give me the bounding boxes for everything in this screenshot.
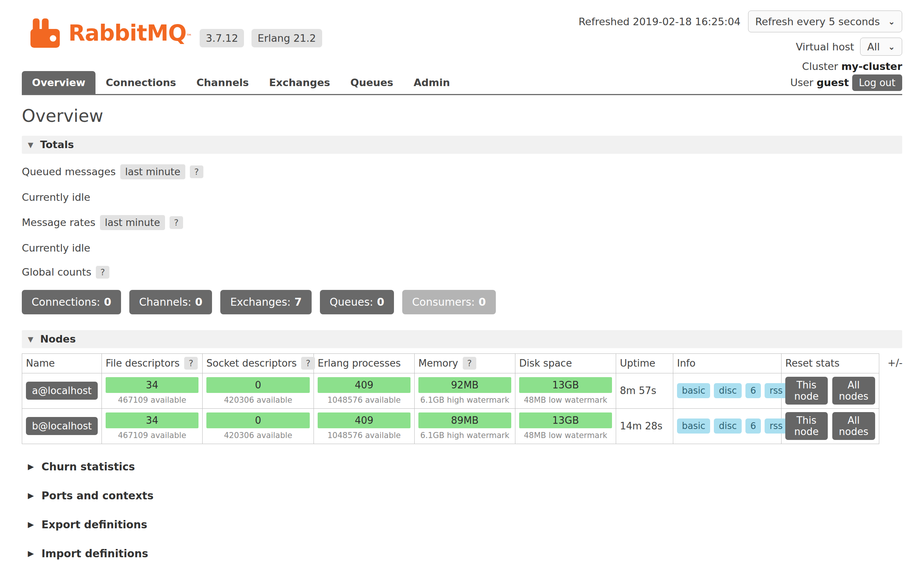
tab-bar: Overview Connections Channels Exchanges … [22, 59, 902, 95]
memory-detail: 6.1GB high watermark [418, 431, 511, 440]
chevron-down-icon: ⌄ [888, 17, 895, 26]
queues-count-button[interactable]: Queues: 0 [320, 290, 394, 314]
cluster-name: my-cluster [841, 61, 902, 72]
nodes-section-title: Nodes [40, 333, 76, 345]
col-info-label: Info [677, 358, 695, 369]
node-row-a: a@localhost 34 467109 available 0 420306… [22, 373, 879, 408]
nodes-section-header[interactable]: ▼ Nodes [22, 330, 902, 348]
tab-channels[interactable]: Channels [186, 71, 259, 94]
help-icon[interactable]: ? [301, 357, 315, 370]
message-rates-row: Message rates last minute ? [22, 215, 902, 230]
global-counts-buttons: Connections: 0 Channels: 0 Exchanges: 7 … [22, 290, 902, 314]
export-definitions-section[interactable]: ▶ Export definitions [28, 519, 902, 531]
col-file-descriptors: File descriptors? [102, 353, 203, 373]
connections-count-button[interactable]: Connections: 0 [22, 290, 121, 314]
memory-cell: 89MB 6.1GB high watermark [415, 408, 515, 444]
socket-descriptors-cell: 0 420306 available [203, 373, 314, 408]
refresh-interval-select[interactable]: Refresh every 5 seconds ⌄ [748, 11, 902, 32]
user-line: User guest Log out [790, 74, 902, 91]
chevron-down-icon: ⌄ [888, 42, 895, 52]
file-descriptors-detail: 467109 available [106, 431, 198, 440]
tab-exchanges[interactable]: Exchanges [259, 71, 340, 94]
queued-messages-row: Queued messages last minute ? [22, 164, 902, 179]
help-icon[interactable]: ? [190, 165, 203, 178]
help-icon[interactable]: ? [170, 216, 183, 229]
disk-space-cell: 13GB 48MB low watermark [515, 408, 616, 444]
tab-overview[interactable]: Overview [22, 71, 95, 94]
ports-and-contexts-section[interactable]: ▶ Ports and contexts [28, 490, 902, 502]
queued-messages-range-selector[interactable]: last minute [120, 164, 185, 179]
col-reset-stats-label: Reset stats [785, 358, 839, 369]
queued-messages-status: Currently idle [22, 191, 902, 203]
reset-this-node-button[interactable]: This node [785, 377, 828, 405]
reset-stats-cell: This node All nodes [782, 408, 879, 444]
nodes-area: Name File descriptors? Socket descriptor… [22, 353, 902, 444]
memory-cell: 92MB 6.1GB high watermark [415, 373, 515, 408]
help-icon[interactable]: ? [463, 357, 476, 370]
uptime-cell: 8m 57s [616, 373, 673, 408]
nodes-header-row: Name File descriptors? Socket descriptor… [22, 353, 879, 373]
channels-count-value: 0 [195, 296, 202, 308]
churn-statistics-section[interactable]: ▶ Churn statistics [28, 461, 902, 473]
import-definitions-section[interactable]: ▶ Import definitions [28, 547, 902, 560]
info-tag-basic[interactable]: basic [677, 418, 710, 434]
tab-admin[interactable]: Admin [403, 71, 460, 94]
socket-descriptors-detail: 420306 available [206, 396, 310, 405]
user-label: User [790, 77, 813, 88]
import-definitions-label: Import definitions [41, 547, 148, 560]
socket-descriptors-cell: 0 420306 available [203, 408, 314, 444]
info-tag-basic[interactable]: basic [677, 383, 710, 398]
help-icon[interactable]: ? [96, 266, 109, 279]
reset-all-nodes-button[interactable]: All nodes [832, 412, 875, 440]
collapse-caret-icon: ▼ [28, 141, 33, 149]
col-erlang-processes-label: Erlang processes [318, 358, 401, 369]
erlang-processes-cell: 409 1048576 available [314, 408, 415, 444]
disk-space-meter: 13GB [519, 412, 612, 428]
expand-caret-icon: ▶ [28, 491, 34, 500]
info-tag-cores[interactable]: 6 [745, 418, 761, 434]
expand-caret-icon: ▶ [28, 520, 34, 529]
consumers-count-button[interactable]: Consumers: 0 [402, 290, 495, 314]
help-icon[interactable]: ? [184, 357, 198, 370]
info-tag-disc[interactable]: disc [714, 383, 742, 398]
logout-button[interactable]: Log out [852, 74, 902, 91]
node-name-cell: b@localhost [22, 408, 102, 444]
tab-queues[interactable]: Queues [340, 71, 403, 94]
reset-all-nodes-button[interactable]: All nodes [832, 377, 875, 405]
info-tag-disc[interactable]: disc [714, 418, 742, 434]
erlang-version-badge: Erlang 21.2 [251, 29, 322, 47]
erlang-processes-detail: 1048576 available [318, 396, 410, 405]
exchanges-count-button[interactable]: Exchanges: 7 [220, 290, 311, 314]
disk-space-cell: 13GB 48MB low watermark [515, 373, 616, 408]
col-socket-descriptors-label: Socket descriptors [206, 358, 297, 369]
memory-detail: 6.1GB high watermark [418, 396, 511, 405]
col-memory: Memory? [415, 353, 515, 373]
col-uptime: Uptime [616, 353, 673, 373]
churn-statistics-label: Churn statistics [41, 461, 135, 473]
totals-section-header[interactable]: ▼ Totals [22, 136, 902, 154]
column-toggle-button[interactable]: +/- [888, 353, 903, 368]
file-descriptors-cell: 34 467109 available [102, 408, 203, 444]
disk-space-detail: 48MB low watermark [519, 431, 612, 440]
node-name-badge[interactable]: b@localhost [26, 417, 98, 435]
ports-and-contexts-label: Ports and contexts [41, 490, 153, 502]
consumers-count-value: 0 [479, 296, 486, 308]
virtual-host-select[interactable]: All ⌄ [860, 38, 902, 56]
info-tag-cores[interactable]: 6 [745, 383, 761, 398]
socket-descriptors-meter: 0 [206, 412, 310, 428]
nav-tabs: Overview Connections Channels Exchanges … [22, 71, 460, 94]
info-tag-rss[interactable]: rss [765, 383, 788, 398]
expand-caret-icon: ▶ [28, 549, 34, 558]
erlang-processes-cell: 409 1048576 available [314, 373, 415, 408]
file-descriptors-detail: 467109 available [106, 396, 198, 405]
reset-this-node-button[interactable]: This node [785, 412, 828, 440]
tab-connections[interactable]: Connections [95, 71, 186, 94]
logo-wordmark: RabbitMQ™ [68, 20, 192, 46]
queued-messages-label: Queued messages [22, 166, 116, 177]
channels-count-button[interactable]: Channels: 0 [129, 290, 212, 314]
node-name-badge[interactable]: a@localhost [26, 382, 98, 400]
cluster-line: Cluster my-cluster [790, 59, 902, 74]
message-rates-range-selector[interactable]: last minute [100, 215, 165, 230]
virtual-host-value: All [867, 41, 880, 53]
info-tag-rss[interactable]: rss [765, 418, 788, 434]
